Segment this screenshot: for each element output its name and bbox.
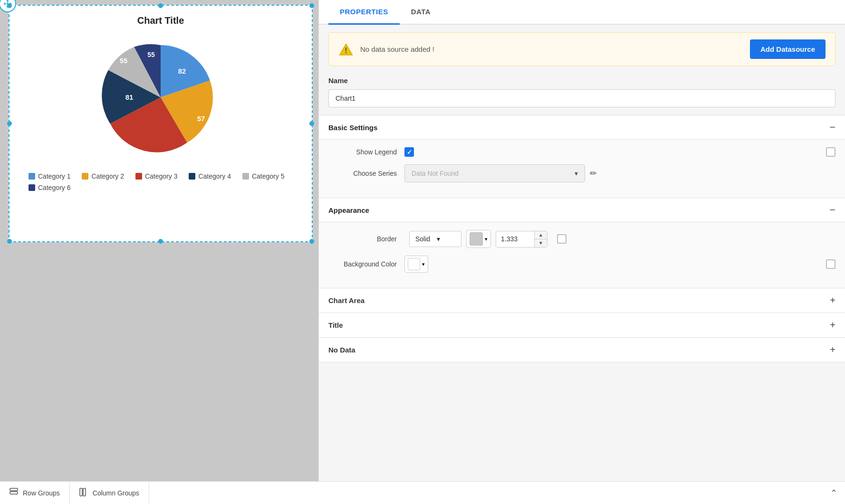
row-groups-icon	[10, 488, 18, 498]
bottom-bar-collapse-button[interactable]: ⌃	[830, 488, 845, 498]
choose-series-label: Choose Series	[328, 170, 404, 177]
resize-handle-ml[interactable]	[7, 121, 12, 126]
show-legend-checkbox[interactable]	[404, 147, 414, 157]
border-width-spinners: ▲ ▼	[534, 231, 547, 247]
border-width-input[interactable]: ▲ ▼	[496, 231, 547, 247]
svg-text:55: 55	[147, 51, 155, 58]
legend-label-5: Category 5	[252, 172, 284, 180]
row-groups-section[interactable]: Row Groups	[0, 482, 70, 504]
title-section-title: Title	[328, 321, 343, 329]
no-data-title: No Data	[328, 346, 355, 354]
border-checkbox[interactable]	[557, 234, 567, 244]
show-legend-row: Show Legend	[328, 147, 835, 157]
appearance-collapse-icon: −	[829, 205, 835, 215]
svg-rect-11	[10, 492, 18, 494]
border-color-chevron: ▾	[485, 236, 488, 242]
border-label: Border	[328, 235, 404, 243]
resize-handle-tl[interactable]	[7, 3, 12, 8]
warning-banner: ! No data source added ! Add Datasource	[328, 32, 835, 66]
background-color-chevron: ▾	[422, 261, 425, 267]
legend-label-3: Category 3	[145, 172, 177, 180]
tab-data[interactable]: DATA	[400, 0, 442, 25]
svg-text:55: 55	[120, 57, 128, 65]
appearance-title: Appearance	[328, 206, 369, 214]
legend-item-5: Category 5	[242, 172, 284, 180]
border-style-dropdown[interactable]: Solid ▾	[409, 231, 461, 247]
name-label: Name	[328, 76, 835, 85]
resize-handle-tc[interactable]	[158, 3, 163, 8]
border-width-value[interactable]	[496, 231, 534, 247]
name-section: Name	[319, 74, 845, 115]
edit-series-icon[interactable]: ✏	[590, 168, 597, 179]
basic-settings-header[interactable]: Basic Settings −	[319, 115, 845, 140]
appearance-body: Border Solid ▾ ▾ ▲ ▼	[319, 222, 845, 288]
svg-text:57: 57	[197, 114, 205, 123]
chevron-down-icon: ▾	[575, 170, 578, 177]
add-datasource-button[interactable]: Add Datasource	[750, 39, 826, 59]
resize-handle-br[interactable]	[309, 239, 314, 244]
legend-color-4	[189, 173, 195, 180]
svg-rect-13	[83, 488, 86, 496]
appearance-header[interactable]: Appearance −	[319, 198, 845, 222]
collapsed-sections: Chart Area + Title + No Data +	[319, 288, 845, 362]
bottom-bar: Row Groups Column Groups ⌃	[0, 481, 845, 504]
chart-legend: Category 1 Category 2 Category 3 Categor…	[19, 172, 302, 191]
legend-color-3	[135, 173, 142, 180]
background-color-swatch	[408, 258, 420, 270]
resize-handle-bc[interactable]	[158, 239, 163, 244]
svg-text:!: !	[345, 47, 347, 55]
legend-item-3: Category 3	[135, 172, 177, 180]
tab-properties[interactable]: PROPERTIES	[328, 0, 400, 25]
border-width-up[interactable]: ▲	[535, 231, 547, 239]
column-groups-icon	[79, 488, 88, 498]
legend-label-6: Category 6	[38, 184, 70, 191]
row-groups-label: Row Groups	[23, 489, 60, 497]
chart-area-title: Chart Area	[328, 296, 365, 304]
warning-icon: !	[338, 42, 354, 57]
legend-label-1: Category 1	[38, 172, 70, 180]
svg-rect-10	[10, 488, 18, 491]
resize-handle-bl[interactable]	[7, 239, 12, 244]
choose-series-value: Data Not Found	[412, 170, 459, 177]
svg-text:85: 85	[159, 152, 167, 161]
title-section-expand-icon: +	[830, 320, 835, 331]
name-input[interactable]	[328, 89, 835, 107]
no-data-expand-icon: +	[830, 344, 835, 355]
no-data-section[interactable]: No Data +	[319, 338, 845, 362]
legend-item-6: Category 6	[29, 184, 70, 191]
legend-item-2: Category 2	[82, 172, 124, 180]
pie-chart: 82 57 85 81 55 55	[94, 31, 227, 164]
border-style-chevron: ▾	[437, 235, 440, 243]
legend-label-2: Category 2	[91, 172, 124, 180]
legend-color-5	[242, 173, 249, 180]
resize-handle-tr[interactable]	[309, 3, 314, 8]
border-color-picker[interactable]: ▾	[466, 230, 491, 248]
svg-text:81: 81	[125, 93, 134, 101]
basic-settings-body: Show Legend Choose Series Data Not Found…	[319, 140, 845, 198]
chart-area-expand-icon: +	[830, 295, 835, 306]
basic-settings-title: Basic Settings	[328, 124, 377, 132]
properties-panel: PROPERTIES DATA ! No data source added !…	[318, 0, 845, 481]
chart-title: Chart Title	[137, 15, 184, 26]
legend-item-1: Category 1	[29, 172, 70, 180]
show-legend-label: Show Legend	[328, 148, 404, 156]
choose-series-dropdown[interactable]: Data Not Found ▾	[404, 164, 585, 182]
background-color-label: Background Color	[328, 260, 404, 268]
resize-handle-mr[interactable]	[309, 121, 314, 126]
legend-color-1	[29, 173, 35, 180]
title-section[interactable]: Title +	[319, 313, 845, 338]
legend-color-2	[82, 173, 88, 180]
chart-widget[interactable]: Chart Title 82 57	[9, 5, 313, 242]
background-color-checkbox[interactable]	[826, 259, 835, 269]
show-legend-checkbox-right[interactable]	[826, 147, 835, 157]
border-width-down[interactable]: ▼	[535, 239, 547, 247]
choose-series-row: Choose Series Data Not Found ▾ ✏	[328, 164, 835, 182]
legend-item-4: Category 4	[189, 172, 230, 180]
background-color-picker[interactable]: ▾	[404, 256, 428, 273]
chart-area-section[interactable]: Chart Area +	[319, 288, 845, 313]
basic-settings-collapse-icon: −	[829, 122, 835, 133]
column-groups-label: Column Groups	[93, 489, 139, 497]
column-groups-section[interactable]: Column Groups	[70, 482, 149, 504]
legend-color-6	[29, 184, 35, 191]
svg-text:82: 82	[178, 67, 186, 75]
